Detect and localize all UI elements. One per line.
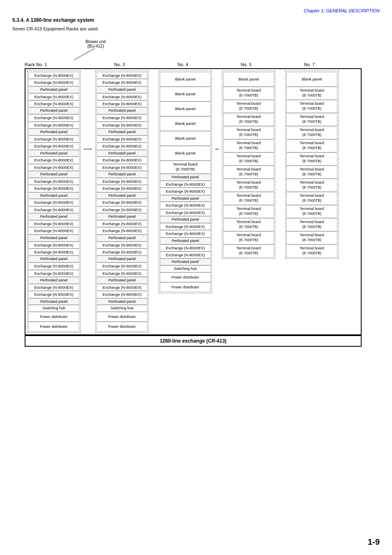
cell-terminal: Terminal board(E-7000TB)	[223, 126, 274, 139]
cell: Exchange (N-8000EX)	[97, 242, 148, 249]
cell-perforated: Perforated panel	[97, 107, 148, 114]
cell-terminal: Terminal board(E-7000TB)	[286, 244, 337, 258]
cell-perforated: Perforated panel	[28, 171, 79, 178]
cell: Exchange (N-8000EX)	[28, 143, 79, 150]
cell-power: Power distributor	[28, 312, 79, 322]
dashed-connector-2	[215, 149, 219, 150]
cell: Exchange (N-8000EX)	[97, 114, 148, 121]
cell-perforated: Perforated panel	[28, 298, 79, 305]
cell-perforated: Perforated panel	[160, 174, 211, 181]
cell-blank: Blank panel	[160, 101, 211, 116]
cell: Exchange (N-8000EX)	[28, 93, 79, 100]
subtitle: Seven CR-413 Equipment Racks are used.	[12, 26, 380, 31]
cell-terminal: Terminal board(E-7000TB)	[223, 205, 274, 218]
rack-label-7: No. 7	[283, 62, 336, 67]
cell: Exchange (N-8000EX)	[28, 136, 79, 143]
cell: Exchange (N-8000EX)	[28, 185, 79, 192]
cell-terminal: Terminal board(E-7000TB)	[286, 100, 337, 113]
cell-power: Power distributor	[160, 282, 211, 292]
cell: Exchange (N-8000EX)	[97, 220, 148, 227]
cell-terminal: Terminal board(E-7000TB)	[223, 244, 274, 258]
cell-perforated: Perforated panel	[28, 256, 79, 263]
cell-perforated: Perforated panel	[160, 216, 211, 223]
cell-terminal: Terminal board(E-7000TB)	[286, 126, 337, 139]
cell: Exchange (N-8000EX)	[97, 284, 148, 291]
cell-perforated: Perforated panel	[28, 277, 79, 284]
cell: Exchange (N-8000EX)	[97, 291, 148, 298]
cell: Exchange (N-8000EX)	[160, 202, 211, 209]
cell: Exchange (N-8000EX)	[28, 164, 79, 171]
cell: Exchange (N-8000EX)	[97, 206, 148, 213]
cell: Exchange (N-8000EX)	[28, 220, 79, 227]
cell-switching: Switching hub	[28, 305, 79, 312]
cell: Exchange (N-8000EX)	[97, 79, 148, 86]
cell: Exchange (N-8000EX)	[28, 79, 79, 86]
cell-blank: Blank panel	[160, 131, 211, 146]
rack-label-4: No. 4	[156, 62, 210, 67]
cell-perforated: Perforated panel	[28, 192, 79, 199]
cell-terminal: Terminal board(E-7000TB)	[223, 100, 274, 113]
cell: Exchange (N-8000EX)	[160, 244, 211, 251]
cell: Exchange (N-8000EX)	[97, 270, 148, 277]
rack-label-5: No. 5	[219, 62, 273, 67]
cell-perforated: Perforated panel	[28, 86, 79, 93]
blower-arrow	[25, 39, 148, 62]
cell: Exchange (N-8000EX)	[28, 206, 79, 213]
cell: Exchange (N-8000EX)	[160, 188, 211, 195]
cell: Exchange (N-8000EX)	[28, 291, 79, 298]
cell-terminal: Terminal board(E-7000TB)	[223, 218, 274, 231]
rack-3: Exchange (N-8000EX) Exchange (N-8000EX) …	[95, 71, 149, 333]
cell-blank: Blank panel	[160, 87, 211, 101]
cell: Exchange (N-8000EX)	[28, 199, 79, 206]
page-number: 1-9	[368, 537, 380, 547]
cell-perforated: Perforated panel	[28, 213, 79, 220]
cell: Exchange (N-8000EX)	[160, 251, 211, 258]
cell-switching: Switching hub	[160, 265, 211, 272]
cell-perforated: Perforated panel	[28, 235, 79, 242]
cell-perforated: Perforated panel	[160, 237, 211, 244]
cell-power: Power distributor	[28, 322, 79, 332]
cell-terminal: Terminal board(E-7000TB)	[286, 166, 337, 179]
cell: Exchange (N-8000EX)	[97, 72, 148, 79]
cell: Exchange (N-8000EX)	[97, 178, 148, 185]
cell-power: Power distributor	[97, 312, 148, 322]
cell-blank: Blank panel	[160, 72, 211, 87]
cell-perforated: Perforated panel	[97, 213, 148, 220]
cell: Exchange (N-8000EX)	[28, 157, 79, 164]
cell-terminal: Terminal board(E-7000TB)	[286, 87, 337, 100]
diagram-wrapper: Blower unit (BU-412) Rack No. 1 No. 3 No…	[12, 39, 380, 347]
cell: Exchange (N-8000EX)	[28, 249, 79, 256]
cell: Exchange (N-8000EX)	[160, 181, 211, 188]
cell-terminal: Terminal board(E-7000TB)	[286, 179, 337, 192]
cell-terminal: Terminal board(E-7000TB)	[223, 152, 274, 166]
chapter-header: Chapter 1: GENERAL DESCRIPTION	[12, 8, 380, 13]
cell: Exchange (N-8000EX)	[97, 164, 148, 171]
cell-perforated: Perforated panel	[97, 129, 148, 136]
racks-row: Exchange (N-8000EX) Exchange (N-8000EX) …	[27, 71, 359, 333]
cell-terminal: Terminal board(E-7000TB)	[223, 166, 274, 179]
cell-perforated: Perforated panel	[160, 195, 211, 202]
cell-perforated: Perforated panel	[160, 258, 211, 265]
cell: Exchange (N-8000EX)	[97, 122, 148, 129]
cell: Exchange (N-8000EX)	[97, 185, 148, 192]
cell-perforated: Perforated panel	[97, 256, 148, 263]
rack-4: Blank panel Blank panel Blank panel Blan…	[159, 71, 212, 293]
cell-blank: Blank panel	[223, 72, 274, 87]
cell-terminal: Terminal board(E-7000TB)	[223, 139, 274, 152]
svg-line-0	[74, 48, 95, 60]
cell-perforated: Perforated panel	[97, 298, 148, 305]
cell-terminal: Terminal board(E-7000TB)	[286, 205, 337, 218]
cell: Exchange (N-8000EX)	[97, 100, 148, 107]
cell: Exchange (N-8000EX)	[28, 122, 79, 129]
rack-labels-row: Rack No. 1 No. 3 No. 4 No. 5 No. 7	[25, 62, 380, 67]
cell-terminal: Terminal board(E-7000TB)	[286, 192, 337, 205]
cell: Exchange (N-8000EX)	[97, 157, 148, 164]
cell-blank: Blank panel	[160, 116, 211, 131]
cell-power: Power distributor	[160, 272, 211, 282]
cell: Exchange (N-8000EX)	[28, 100, 79, 107]
cell: Exchange (N-8000EX)	[97, 136, 148, 143]
rack-label-1: Rack No. 1	[25, 62, 78, 67]
cell-perforated: Perforated panel	[97, 150, 148, 157]
dashed-connector	[84, 149, 92, 150]
cell-perforated: Perforated panel	[97, 235, 148, 242]
